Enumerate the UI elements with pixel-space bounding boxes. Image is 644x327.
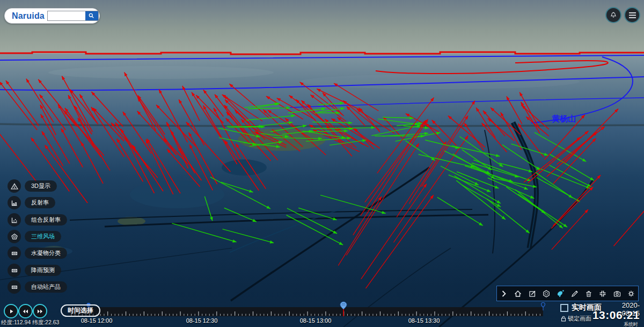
- search-icon: [88, 12, 95, 19]
- search-button[interactable]: [85, 11, 98, 20]
- sidebar-item-reflectivity[interactable]: 反射率: [8, 196, 55, 209]
- sidebar-item-rain-forecast[interactable]: 降雨预测: [8, 264, 61, 277]
- film-product-icon: [8, 264, 21, 277]
- rewind-button[interactable]: [18, 304, 33, 318]
- lock-icon: [561, 316, 566, 322]
- radar-tool-button[interactable]: [554, 288, 566, 300]
- measure-button[interactable]: [569, 288, 581, 300]
- sidebar-item-label[interactable]: 三维风场: [25, 231, 61, 242]
- brand-search-bar: Naruida: [4, 8, 100, 24]
- chevron-right-icon: [500, 289, 508, 298]
- fast-forward-icon: [37, 309, 43, 314]
- annotate-button[interactable]: [526, 288, 538, 300]
- delete-button[interactable]: [583, 288, 595, 300]
- timeline-end-pin[interactable]: [540, 302, 546, 311]
- pencil-measure-icon: [570, 289, 579, 298]
- wind-vector-layer: [0, 0, 644, 327]
- sidebar-item-hydrometeor[interactable]: 水凝物分类: [8, 246, 67, 260]
- sidebar-item-label[interactable]: 降雨预测: [25, 265, 61, 276]
- scatter-chart-icon: [8, 213, 21, 227]
- timeline-ticks: [70, 307, 543, 316]
- menu-button[interactable]: [624, 7, 640, 23]
- map-label-mountain: 黄杨山: [552, 114, 576, 124]
- sidebar-item-auto-station[interactable]: 自动站产品: [8, 280, 67, 294]
- model-layers-button[interactable]: [540, 288, 552, 300]
- lock-label: 锁定画面: [568, 315, 591, 323]
- sidebar-item-label[interactable]: 反射率: [25, 197, 55, 208]
- trash-icon: [584, 289, 593, 298]
- expand-panel-button[interactable]: [498, 288, 510, 300]
- collapse-view-button[interactable]: [597, 288, 609, 300]
- lock-view-toggle[interactable]: 锁定画面: [561, 315, 591, 323]
- sidebar-item-3d-wind-field[interactable]: 三维风场: [8, 230, 61, 243]
- timeline-label: 08-15 13:30: [408, 317, 440, 324]
- realtime-checkbox[interactable]: [560, 304, 568, 312]
- film-product-icon: [8, 280, 21, 294]
- radar-dish-icon: [556, 289, 565, 298]
- sidebar-item-label[interactable]: 水凝物分类: [25, 248, 67, 259]
- hamburger-menu-icon: [629, 12, 636, 18]
- fast-forward-button[interactable]: [33, 304, 47, 318]
- search-box: [47, 11, 99, 21]
- coordinates-readout: 经度:112.94 纬度:22.63: [1, 319, 59, 326]
- timeline-label: 08-15 12:30: [186, 317, 218, 324]
- timeline-track[interactable]: [70, 307, 543, 316]
- film-product-icon: [8, 246, 21, 260]
- map-toolbar: [496, 286, 639, 301]
- settings-button[interactable]: [625, 288, 637, 300]
- reflectivity-chart-icon: [8, 196, 21, 209]
- notification-button[interactable]: [605, 7, 621, 23]
- sidebar-item-label[interactable]: 3D显示: [25, 180, 57, 192]
- camera-icon: [613, 289, 621, 298]
- sidebar-item-label[interactable]: 组合反射率: [25, 214, 67, 226]
- home-icon: [514, 289, 522, 298]
- hexagon-model-icon: [542, 289, 551, 298]
- search-input[interactable]: [48, 12, 85, 20]
- system-time: 系统时间:03-17 17:46:09: [624, 321, 642, 327]
- gear-icon: [627, 289, 635, 298]
- timeline-slider-thumb[interactable]: [340, 301, 347, 317]
- collapse-arrows-icon: [598, 289, 607, 298]
- time-select-button[interactable]: 时间选择: [61, 304, 100, 317]
- rewind-icon: [23, 309, 28, 314]
- app-window: 黄杨山 Naruida 3: [0, 0, 644, 327]
- sidebar-item-label[interactable]: 自动站产品: [25, 281, 67, 293]
- notification-bell-icon: [610, 11, 617, 19]
- brand-logo: Naruida: [5, 11, 47, 21]
- timeline-label: 08-15 12:00: [81, 317, 113, 324]
- current-time: 13:06:21: [592, 309, 640, 322]
- pyramid-3d-icon: [8, 179, 21, 193]
- timeline-label: 08-15 13:00: [300, 317, 332, 324]
- edit-note-icon: [528, 289, 537, 298]
- play-icon: [9, 309, 14, 314]
- play-button[interactable]: [4, 304, 18, 318]
- home-view-button[interactable]: [512, 288, 524, 300]
- sidebar-item-3d-display[interactable]: 3D显示: [8, 179, 57, 193]
- pentagon-wind-icon: [8, 230, 21, 243]
- sidebar-item-composite-reflectivity[interactable]: 组合反射率: [8, 213, 67, 227]
- screenshot-button[interactable]: [611, 288, 623, 300]
